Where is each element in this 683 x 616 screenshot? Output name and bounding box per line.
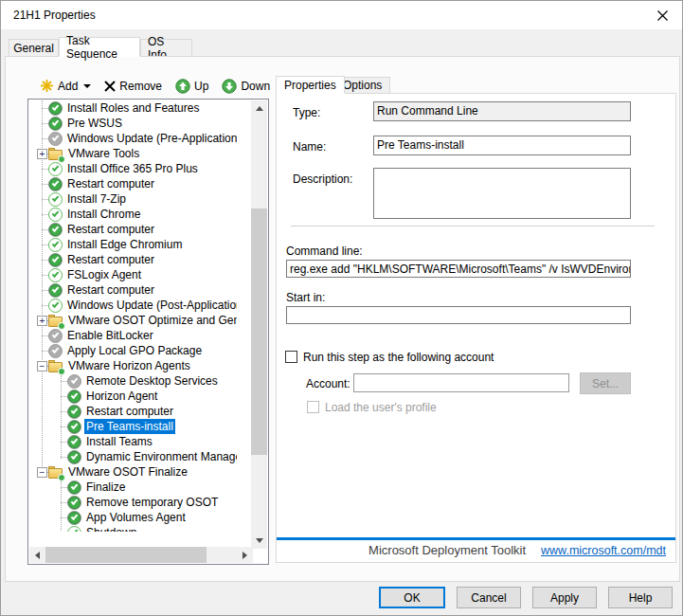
tree-item[interactable]: Restart computer <box>29 404 237 419</box>
tree-connector <box>61 381 67 382</box>
tree-item[interactable]: Restart computer <box>29 222 237 237</box>
up-button-label: Up <box>194 80 208 93</box>
tree-item[interactable]: +VMware Tools <box>29 146 237 161</box>
tree-item-label: VMware OSOT Finalize <box>66 464 189 480</box>
set-button[interactable]: Set... <box>580 372 631 394</box>
tree-item-label: Restart computer <box>65 282 156 298</box>
up-circle-arrow-icon <box>175 79 190 94</box>
step-enabled-check-icon <box>67 511 81 525</box>
add-button[interactable]: Add <box>35 76 96 96</box>
tree-item[interactable]: Install Chrome <box>29 207 237 222</box>
tree-item[interactable]: Windows Update (Pre-Application Inst <box>29 131 237 146</box>
scroll-right-icon[interactable] <box>237 547 253 563</box>
tree-item[interactable]: Install Edge Chromium <box>29 237 237 252</box>
tab-properties-label: Properties <box>284 79 336 92</box>
tree-item[interactable]: Install Roles and Features <box>29 100 237 116</box>
plus-expander-icon[interactable]: + <box>37 149 47 159</box>
tab-general-label: General <box>13 42 54 55</box>
help-button[interactable]: Help <box>608 587 673 608</box>
step-enabled-check-icon <box>48 101 63 116</box>
tree-item-label: VMware Horizon Agents <box>66 358 192 373</box>
start-in-input[interactable] <box>286 306 631 324</box>
account-input[interactable] <box>353 373 569 392</box>
minus-expander-icon[interactable]: − <box>37 467 47 478</box>
apply-button[interactable]: Apply <box>532 587 597 608</box>
group-folder-icon <box>48 465 63 480</box>
scroll-left-icon[interactable] <box>29 547 45 563</box>
tab-properties[interactable]: Properties <box>276 76 345 94</box>
tree-connector <box>61 396 67 397</box>
tree-item[interactable]: Pre Teams-install <box>29 419 237 434</box>
mdt-link[interactable]: www.microsoft.com/mdt <box>541 544 666 557</box>
tree-item[interactable]: FSLogix Agent <box>29 267 237 282</box>
tree-toolbar: Add Remove Up Down <box>24 75 272 97</box>
tree-item-label: Install Teams <box>84 434 154 449</box>
tree-connector <box>42 290 48 291</box>
load-profile-checkbox[interactable] <box>307 401 319 413</box>
tree-item[interactable]: Enable BitLocker <box>29 328 237 343</box>
tree-item[interactable]: Install Teams <box>29 434 237 449</box>
tree-connector <box>42 108 48 109</box>
name-input[interactable]: Pre Teams-install <box>373 136 631 155</box>
plus-expander-icon[interactable]: + <box>37 316 47 326</box>
tree-item[interactable]: Horizon Agent <box>29 389 237 404</box>
command-line-input[interactable]: reg.exe add "HKLM\SOFTWARE\Microsoft\Tea… <box>286 260 631 278</box>
tree-item[interactable]: App Volumes Agent <box>29 510 237 525</box>
tree-item[interactable]: Restart computer <box>29 176 237 191</box>
tab-os-info[interactable]: OS Info <box>140 39 192 57</box>
add-button-label: Add <box>58 80 78 93</box>
step-enabled-check-icon <box>48 253 63 267</box>
horizontal-scrollbar-thumb[interactable] <box>45 547 207 563</box>
tree-connector <box>42 184 48 185</box>
horizontal-scrollbar[interactable] <box>29 547 253 563</box>
tree-item[interactable]: Restart computer <box>29 282 237 298</box>
tree-item[interactable]: Dynamic Environment Manager <box>29 449 237 464</box>
up-button[interactable]: Up <box>171 76 213 97</box>
tree-item-label: Install Office 365 Pro Plus <box>65 161 200 176</box>
tree-item[interactable]: Remote Desktop Services <box>29 373 237 389</box>
tree-item[interactable]: −VMware OSOT Finalize <box>29 464 237 480</box>
tree-item[interactable]: Install 7-Zip <box>29 191 237 207</box>
tree-connector <box>61 442 67 443</box>
tree-item-label: Pre Teams-install <box>84 419 175 434</box>
vertical-scrollbar[interactable] <box>251 100 267 549</box>
tree-item[interactable]: −VMware Horizon Agents <box>29 358 237 373</box>
type-field: Run Command Line <box>373 101 631 121</box>
close-icon[interactable] <box>650 5 674 26</box>
tree-item[interactable]: Finalize <box>29 480 237 495</box>
tab-general[interactable]: General <box>9 39 59 57</box>
tree-item[interactable]: +VMware OSOT Optimize and Generali <box>29 313 237 328</box>
remove-x-icon <box>104 81 116 92</box>
brand-text: Microsoft Deployment Toolkit <box>368 543 526 557</box>
tree-item[interactable]: Shutdown <box>29 525 237 532</box>
step-disabled-check-icon <box>67 374 81 389</box>
tree-item[interactable]: Install Office 365 Pro Plus <box>29 161 237 176</box>
scroll-down-icon[interactable] <box>251 533 267 549</box>
cancel-button[interactable]: Cancel <box>457 587 521 608</box>
minus-expander-icon[interactable]: − <box>37 361 47 371</box>
scroll-up-icon[interactable] <box>251 100 267 117</box>
tree-item-label: Remote Desktop Services <box>84 373 220 389</box>
down-button[interactable]: Down <box>217 76 275 97</box>
tree-item[interactable]: Pre WSUS <box>29 116 237 131</box>
tab-task-sequence[interactable]: Task Sequence <box>59 37 140 57</box>
description-input[interactable] <box>373 168 631 219</box>
run-as-account-checkbox[interactable] <box>285 351 297 363</box>
tree-item[interactable]: Restart computer <box>29 252 237 267</box>
vertical-scrollbar-thumb[interactable] <box>251 208 267 455</box>
type-label: Type: <box>293 106 320 119</box>
remove-button[interactable]: Remove <box>99 77 167 96</box>
step-enabled-check-icon <box>67 420 81 434</box>
tree-item[interactable]: Remove temporary OSOT <box>29 495 237 510</box>
tree-item-label: FSLogix Agent <box>65 267 143 282</box>
tree-item-label: Dynamic Environment Manager <box>84 449 237 464</box>
tree-connector <box>61 457 67 458</box>
tree-connector <box>42 275 48 276</box>
tree-item-label: Shutdown <box>84 525 138 532</box>
tree-item[interactable]: Apply Local GPO Package <box>29 343 237 358</box>
tree-item[interactable]: Windows Update (Post-Application Ins <box>29 298 237 313</box>
task-sequence-tree: Install Roles and FeaturesPre WSUSWindow… <box>27 99 269 565</box>
tree-item-label: Install Edge Chromium <box>65 237 184 252</box>
ok-button[interactable]: OK <box>379 587 445 608</box>
tab-options-label: Options <box>343 79 382 92</box>
